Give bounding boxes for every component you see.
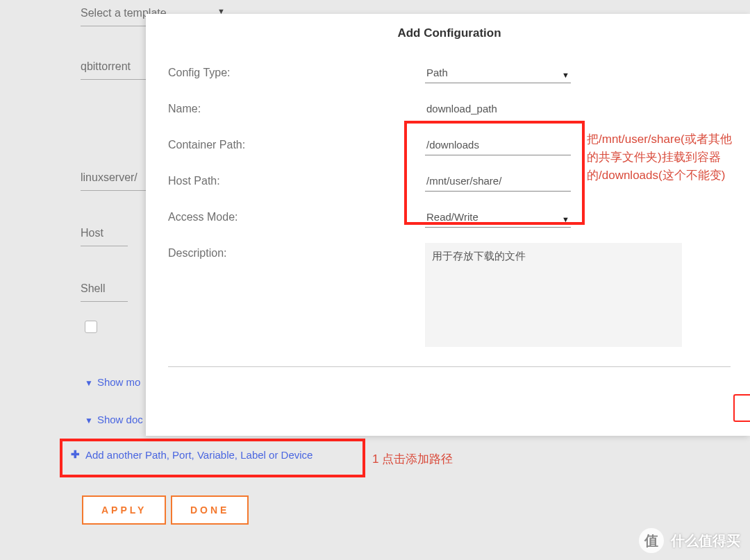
chevron-down-icon: ▼ bbox=[85, 416, 93, 425]
annotation-box-add: ✚ Add another Path, Port, Variable, Labe… bbox=[60, 439, 365, 477]
repository-value: linuxserver/ bbox=[81, 171, 138, 184]
access-mode-select[interactable]: Read/Write ▼ bbox=[425, 207, 571, 228]
container-path-value: /downloads bbox=[426, 139, 479, 151]
name-value: download_path bbox=[426, 103, 497, 114]
host-path-value: /mnt/user/share/ bbox=[426, 175, 501, 187]
access-mode-value: Read/Write bbox=[426, 211, 478, 223]
add-another-label: Add another Path, Port, Variable, Label … bbox=[85, 449, 312, 461]
show-more-link[interactable]: ▼ Show mo bbox=[85, 376, 140, 388]
show-docker-label: Show doc bbox=[97, 414, 143, 425]
show-more-label: Show mo bbox=[97, 376, 141, 388]
watermark-text: 什么值得买 bbox=[671, 532, 740, 550]
done-label: DONE bbox=[190, 504, 229, 516]
repository-input[interactable]: linuxserver/ bbox=[81, 167, 147, 191]
apply-button[interactable]: APPLY bbox=[82, 495, 166, 525]
network-select[interactable]: Host bbox=[81, 223, 128, 246]
chevron-down-icon: ▼ bbox=[562, 71, 569, 79]
add-another-link[interactable]: ✚ Add another Path, Port, Variable, Labe… bbox=[71, 448, 350, 461]
chevron-down-icon: ▼ bbox=[562, 215, 569, 223]
chevron-down-icon: ▼ bbox=[85, 378, 93, 388]
apply-label: APPLY bbox=[101, 504, 147, 516]
description-value: 用于存放下载的文件 bbox=[432, 250, 526, 262]
console-label: Shell bbox=[81, 282, 106, 295]
plus-icon: ✚ bbox=[71, 448, 80, 461]
name-value: qbittorrent bbox=[81, 60, 131, 73]
container-path-label: Container Path: bbox=[168, 135, 425, 151]
config-type-select[interactable]: Path ▼ bbox=[425, 62, 571, 83]
done-button[interactable]: DONE bbox=[171, 495, 249, 525]
privileged-checkbox[interactable] bbox=[85, 321, 97, 333]
modal-action-button-partial[interactable] bbox=[733, 394, 750, 422]
name-input[interactable]: qbittorrent bbox=[81, 56, 147, 80]
description-textarea[interactable]: 用于存放下载的文件 bbox=[425, 243, 682, 347]
host-path-label: Host Path: bbox=[168, 171, 425, 187]
watermark-badge-icon: 值 bbox=[639, 528, 664, 553]
show-docker-link[interactable]: ▼ Show doc bbox=[85, 414, 143, 425]
access-mode-label: Access Mode: bbox=[168, 207, 425, 223]
name-label: Name: bbox=[168, 99, 425, 115]
name-input[interactable]: download_path bbox=[425, 99, 571, 119]
modal-divider bbox=[168, 366, 731, 367]
add-configuration-modal: Add Configuration Config Type: Path ▼ Na… bbox=[146, 14, 750, 436]
watermark: 值 什么值得买 bbox=[639, 528, 740, 553]
host-path-input[interactable]: /mnt/user/share/ bbox=[425, 171, 571, 192]
annotation-right-text: 把/mnt/user/share(或者其他的共享文件夹)挂载到容器的/downl… bbox=[587, 130, 740, 185]
annotation-add-text: 1 点击添加路径 bbox=[372, 451, 453, 467]
config-type-value: Path bbox=[426, 67, 448, 78]
config-type-label: Config Type: bbox=[168, 62, 425, 79]
console-select[interactable]: Shell bbox=[81, 278, 128, 302]
container-path-input[interactable]: /downloads bbox=[425, 135, 571, 155]
modal-title: Add Configuration bbox=[168, 26, 731, 40]
network-label: Host bbox=[81, 227, 103, 239]
description-label: Description: bbox=[168, 243, 425, 260]
